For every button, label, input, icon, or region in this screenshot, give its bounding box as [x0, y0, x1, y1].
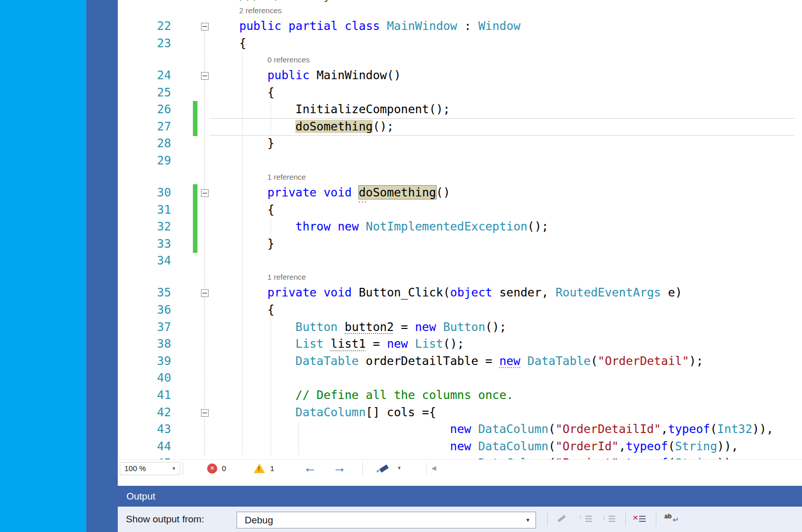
code-line[interactable]: }	[268, 135, 275, 152]
line-number: 41	[118, 387, 171, 404]
code-line[interactable]: {	[268, 302, 275, 319]
codelens-references[interactable]: 1 reference	[268, 170, 306, 184]
code-editor[interactable]: ... /// </summary>2 references22public p…	[118, 0, 802, 459]
chevron-down-icon: ▼	[525, 512, 530, 528]
line-number: 23	[118, 35, 171, 52]
change-tracking-bar	[193, 184, 197, 253]
fold-toggle[interactable]	[201, 289, 209, 297]
separator	[426, 462, 427, 475]
chevron-down-icon: ▼	[397, 460, 402, 477]
indent-guide	[298, 421, 299, 455]
output-toolbar: Show output from: Debug ▼ ↑ ↓ ✕ ab ↵	[118, 507, 802, 532]
code-line[interactable]: InitializeComponent();	[295, 101, 450, 118]
output-titlebar[interactable]: Output	[118, 486, 802, 507]
list-lines-icon	[609, 514, 615, 523]
output-title: Output	[118, 491, 155, 502]
line-number: 37	[118, 319, 171, 336]
code-line[interactable]: new DataColumn("Product",typeof(String))…	[450, 455, 739, 459]
editor-status-bar: 100 % ▼ ✕ 0 ! 1 ← → ▼ ◀	[118, 459, 802, 477]
line-number: 45	[118, 455, 171, 459]
highlighter-tip	[376, 470, 379, 473]
highlighter-button[interactable]: ▼	[376, 460, 408, 477]
line-number: 24	[118, 67, 171, 84]
code-line[interactable]: // Define all the columns once.	[295, 387, 513, 404]
zoom-select[interactable]: 100 % ▼	[120, 462, 180, 475]
code-line[interactable]: new DataColumn("OrderId",typeof(String))…	[450, 438, 739, 455]
codelens-references[interactable]: 1 reference	[268, 270, 306, 284]
ab-text-icon: ab	[664, 513, 672, 520]
fold-toggle[interactable]	[201, 409, 209, 417]
go-to-source-button[interactable]	[553, 512, 572, 526]
error-count: 0	[222, 460, 226, 477]
code-line[interactable]: }	[268, 236, 275, 253]
line-number: 38	[118, 336, 171, 353]
separator	[362, 462, 363, 475]
code-line[interactable]: {	[268, 84, 275, 102]
highlighter-icon	[379, 464, 389, 473]
code-line[interactable]: Button button2 = new Button();	[295, 319, 506, 336]
line-number: 34	[118, 252, 171, 270]
code-line[interactable]: new DataColumn("OrderDetailId",typeof(In…	[450, 421, 774, 438]
fold-toggle[interactable]	[201, 189, 209, 197]
line-number: 43	[118, 421, 171, 438]
screen: ... /// </summary>2 references22public p…	[0, 0, 802, 532]
code-line[interactable]: {	[268, 202, 275, 219]
fold-toggle[interactable]	[201, 23, 209, 30]
pencil-icon	[557, 515, 565, 522]
code-line[interactable]: List list1 = new List();	[295, 336, 464, 353]
clear-x-icon: ✕	[632, 514, 639, 522]
line-number: 28	[118, 135, 171, 152]
separator	[625, 513, 626, 526]
return-arrow-icon: ↵	[673, 515, 679, 524]
code-line[interactable]: doSomething();	[295, 118, 394, 136]
codelens-references[interactable]: 2 references	[239, 3, 281, 18]
code-line[interactable]: {	[239, 35, 246, 52]
code-line[interactable]: throw new NotImplementedException();	[295, 218, 549, 236]
code-line[interactable]: public MainWindow()	[268, 67, 401, 84]
navigate-forward-button[interactable]: →	[333, 460, 346, 477]
warning-count: 1	[270, 460, 274, 477]
list-lines-icon	[585, 514, 592, 523]
codelens-references[interactable]: 0 references	[268, 52, 310, 67]
line-number: 27	[118, 118, 171, 136]
output-source-label: Show output from:	[126, 507, 204, 532]
output-source-select[interactable]: Debug ▼	[237, 512, 536, 528]
line-number: 26	[118, 101, 171, 118]
code-line[interactable]: private void Button_Click(object sender,…	[268, 284, 682, 302]
down-arrow-icon: ↓	[602, 513, 606, 521]
line-number: 40	[118, 370, 171, 387]
line-number: 22	[118, 18, 171, 35]
line-number: 25	[118, 84, 171, 102]
warning-icon[interactable]: !	[254, 463, 266, 474]
code-line[interactable]: DataColumn[] cols ={	[295, 404, 436, 421]
line-number: 39	[118, 353, 171, 370]
change-tracking-bar	[193, 101, 197, 136]
vs-window-edge	[86, 0, 118, 532]
close-icon: ✕	[210, 465, 214, 472]
zoom-value: 100 %	[124, 462, 146, 475]
line-number: 31	[118, 202, 171, 219]
line-number: 35	[118, 284, 171, 302]
scrollbar-left-arrow[interactable]: ◀	[431, 460, 436, 477]
indent-guide	[242, 51, 243, 455]
line-number: 30	[118, 184, 171, 202]
line-number: 32	[118, 218, 171, 236]
code-line[interactable]: DataTable orderDetailTable = new DataTab…	[295, 353, 703, 370]
previous-message-button[interactable]: ↑	[579, 512, 597, 526]
error-icon[interactable]: ✕	[207, 463, 217, 474]
line-number: 36	[118, 302, 171, 319]
separator	[547, 513, 548, 526]
list-lines-icon	[639, 514, 646, 523]
navigate-back-button[interactable]: ←	[304, 460, 317, 477]
word-wrap-button[interactable]: ab ↵	[664, 512, 682, 526]
clear-all-button[interactable]: ✕	[632, 512, 651, 526]
next-message-button[interactable]: ↓	[602, 512, 620, 526]
code-line[interactable]: public partial class MainWindow : Window	[239, 18, 520, 35]
indent-guide	[271, 319, 271, 455]
desktop-background	[0, 0, 86, 532]
exclamation-icon: !	[258, 466, 260, 473]
fold-toggle[interactable]	[201, 72, 209, 80]
chevron-down-icon: ▼	[172, 462, 176, 475]
separator	[656, 513, 656, 526]
line-number: 33	[118, 236, 171, 253]
